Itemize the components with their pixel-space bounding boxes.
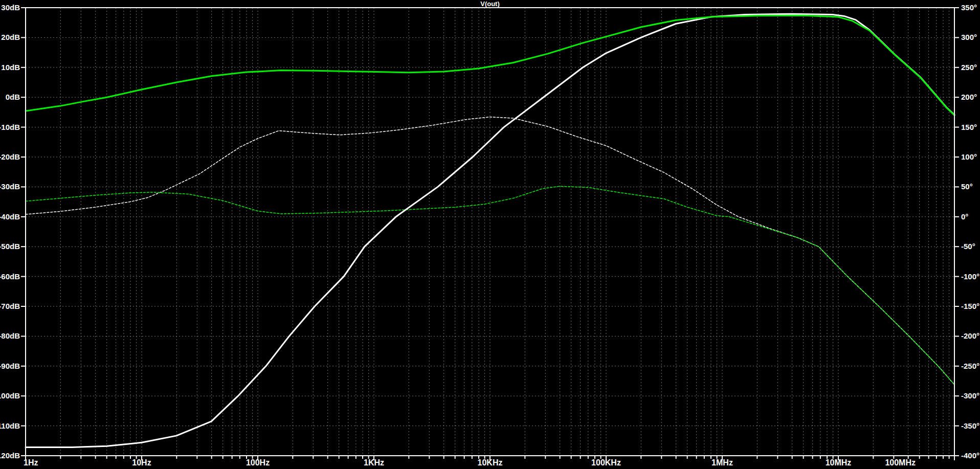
y-left-tick-label: -90dB	[0, 362, 20, 370]
x-axis-tick-label: 100MHz	[885, 458, 916, 467]
y-left-tick-label: -10dB	[0, 123, 20, 131]
y-left-tick-label: 20dB	[1, 33, 20, 41]
y-left-tick-label: 10dB	[1, 63, 20, 72]
y-right-tick-label: -350°	[961, 421, 979, 430]
y-right-tick-label: 250°	[961, 63, 977, 72]
y-right-tick-label: -250°	[961, 362, 979, 370]
y-right-tick-label: 350°	[961, 3, 977, 12]
y-right-tick-label: -150°	[961, 302, 979, 310]
y-right-tick-label: -50°	[961, 242, 975, 251]
y-left-tick-label: -110dB	[0, 421, 20, 430]
y-left-tick-label: 30dB	[1, 3, 20, 12]
x-axis-tick-label: 1Hz	[24, 458, 38, 467]
x-axis-tick-label: 1KHz	[364, 458, 384, 467]
y-left-tick-label: -30dB	[0, 182, 20, 191]
y-left-tick-label: -100dB	[0, 391, 20, 400]
y-right-tick-label: 100°	[961, 152, 977, 161]
x-axis-tick-label: 10Hz	[132, 458, 151, 467]
plot-canvas[interactable]: 30dB20dB10dB0dB-10dB-20dB-30dB-40dB-50dB…	[0, 0, 980, 469]
y-left-tick-label: -80dB	[0, 331, 20, 340]
y-right-tick-label: 200°	[961, 93, 977, 101]
plot-background	[0, 0, 980, 469]
y-right-tick-label: 0°	[961, 212, 968, 221]
x-axis-tick-label: 10KHz	[478, 458, 503, 467]
x-axis-tick-label: 1MHz	[711, 458, 733, 467]
y-left-tick-label: -60dB	[0, 272, 20, 281]
y-right-tick-label: 50°	[961, 182, 973, 191]
y-right-tick-label: -200°	[961, 331, 979, 340]
y-left-tick-label: -20dB	[0, 152, 20, 161]
x-axis-tick-label: 100KHz	[591, 458, 621, 467]
x-axis-tick-label: 100Hz	[246, 458, 270, 467]
y-right-tick-label: -100°	[961, 272, 979, 281]
y-right-tick-label: -400°	[961, 451, 979, 460]
y-left-tick-label: -40dB	[0, 212, 20, 221]
y-left-tick-label: -50dB	[0, 242, 20, 251]
y-left-tick-label: 0dB	[6, 93, 20, 101]
x-axis-tick-label: 10MHz	[826, 458, 852, 467]
y-left-tick-label: -70dB	[0, 302, 20, 310]
y-right-tick-label: 300°	[961, 33, 977, 41]
y-right-tick-label: -300°	[961, 391, 979, 400]
plot-title[interactable]: V(out)	[480, 0, 500, 8]
bode-plot-pane[interactable]: 30dB20dB10dB0dB-10dB-20dB-30dB-40dB-50dB…	[0, 0, 980, 469]
y-left-tick-label: -120dB	[0, 451, 20, 460]
y-right-tick-label: 150°	[961, 123, 977, 131]
